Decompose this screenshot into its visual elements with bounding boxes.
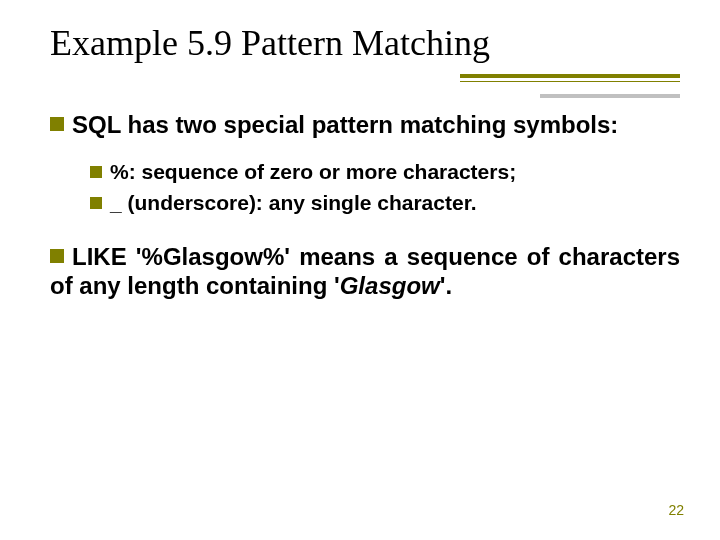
sub-bullet-text: _ (underscore): any single character. <box>110 191 476 214</box>
page-number: 22 <box>668 502 684 518</box>
bullet-item: LIKE '%Glasgow%' means a sequence of cha… <box>50 242 680 301</box>
title-underline-shadow <box>540 94 680 98</box>
sub-bullet-item: _ (underscore): any single character. <box>90 190 680 216</box>
square-bullet-icon <box>90 166 102 178</box>
square-bullet-icon <box>50 249 64 263</box>
sub-bullet-text: %: sequence of zero or more characters; <box>110 160 516 183</box>
slide: Example 5.9 Pattern Matching SQL has two… <box>0 0 720 540</box>
square-bullet-icon <box>90 197 102 209</box>
bullet-text-part-italic: Glasgow <box>340 272 440 299</box>
bullet-item: SQL has two special pattern matching sym… <box>50 110 680 139</box>
title-underline <box>460 74 680 82</box>
bullet-text: SQL has two special pattern matching sym… <box>72 111 618 138</box>
title-wrap: Example 5.9 Pattern Matching <box>50 22 680 74</box>
slide-body: SQL has two special pattern matching sym… <box>50 110 680 300</box>
sub-bullet-item: %: sequence of zero or more characters; <box>90 159 680 185</box>
slide-title: Example 5.9 Pattern Matching <box>50 22 680 74</box>
bullet-text-part: '. <box>440 272 452 299</box>
square-bullet-icon <box>50 117 64 131</box>
sub-list: %: sequence of zero or more characters; … <box>90 159 680 216</box>
